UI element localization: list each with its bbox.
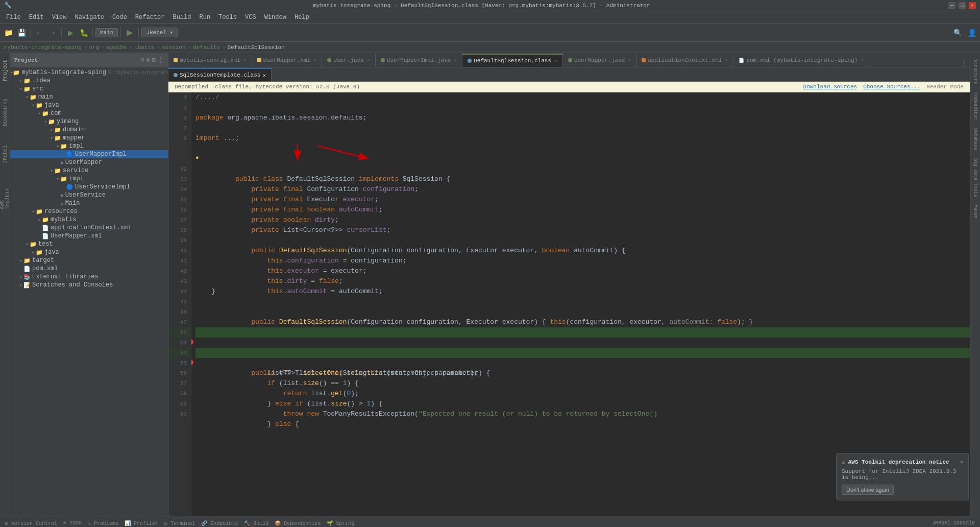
tree-item-mybatis-folder[interactable]: ▸ 📁 mybatis <box>10 215 168 224</box>
toolbar-run2-btn[interactable]: ▶ <box>124 27 136 39</box>
tree-item-userserviceimpl[interactable]: 🔵 UserServiceImpl <box>10 183 168 191</box>
tab-defaultsqlsession[interactable]: DefaultSqlSession.class ✕ <box>462 54 563 67</box>
jrebel-btn[interactable]: JRebel ▾ <box>141 28 178 37</box>
toolbar-search-btn[interactable]: 🔍 <box>951 27 964 39</box>
tab-close-btn[interactable]: ✕ <box>725 57 728 63</box>
tree-item-java[interactable]: ▾ 📁 java <box>10 101 168 109</box>
tree-item-root[interactable]: ▾ 📁 mybatis-integrate-sping E:\mybatis-i… <box>10 68 168 77</box>
tab-close-btn[interactable]: ✕ <box>243 57 247 63</box>
toolbar-settings-btn[interactable]: 👤 <box>966 27 978 39</box>
tree-item-src[interactable]: ▾ 📁 src <box>10 85 168 93</box>
menu-help[interactable]: Help <box>290 13 313 22</box>
tree-item-test-java[interactable]: ▸ 📁 java <box>10 248 168 256</box>
aws-tab[interactable]: AWS Toolkit <box>1 181 9 211</box>
menu-code[interactable]: Code <box>108 13 131 22</box>
code-content[interactable]: /..../ package org.apache.ibatis.session… <box>191 92 970 516</box>
close-button[interactable]: ✕ <box>969 2 976 9</box>
bottom-tab-endpoints[interactable]: 🔗 Endpoints <box>198 520 241 526</box>
bottom-tab-profiler[interactable]: 📊 Profiler <box>121 520 161 526</box>
breadcrumb-ibatis[interactable]: ibatis <box>134 44 155 51</box>
tree-item-userservice[interactable]: ◈ UserService <box>10 191 168 199</box>
project-panel-tab[interactable]: Project <box>1 55 9 86</box>
breadcrumb-project[interactable]: mybatis-integrate-sping <box>4 44 82 51</box>
code-editor[interactable]: 1 5 6 7 8 32 33 34 35 36 37 38 39 40 41 … <box>168 92 970 516</box>
tree-item-domain[interactable]: ▸ 📁 domain <box>10 126 168 134</box>
bookmarks-tab[interactable]: Bookmarks <box>1 97 9 128</box>
reader-mode-link[interactable]: Reader Mode <box>926 84 964 90</box>
tab-close-btn[interactable]: ✕ <box>861 57 864 63</box>
tree-item-service[interactable]: ▾ 📁 service <box>10 166 168 175</box>
tab-user-java[interactable]: User.java ✕ <box>322 54 375 67</box>
menu-refactor[interactable]: Refactor <box>131 13 169 22</box>
tree-item-resources[interactable]: ▾ 📁 resources <box>10 207 168 215</box>
tree-item-mapper-impl[interactable]: ▾ 📁 impl <box>10 142 168 150</box>
menu-view[interactable]: View <box>48 13 71 22</box>
maximize-button[interactable]: □ <box>959 2 966 9</box>
choose-sources-link[interactable]: Choose Sources... <box>863 84 920 90</box>
bottom-tab-jrebel[interactable]: JRebel Console <box>929 520 978 526</box>
branch-selector[interactable]: Main <box>95 28 118 37</box>
menu-tools[interactable]: Tools <box>214 13 241 22</box>
tab-close-btn[interactable]: ✕ <box>313 57 316 63</box>
panel-icon-dots[interactable]: ⋮ <box>158 56 164 64</box>
menu-edit[interactable]: Edit <box>25 13 48 22</box>
notification-close[interactable]: ✕ <box>960 459 963 465</box>
tab-sqlsessiontemplate[interactable]: SqlSessionTemplate.class ✕ <box>168 68 272 81</box>
download-sources-link[interactable]: Download Sources <box>803 84 857 90</box>
tab-usermapper-xml[interactable]: UserMapper.xml ✕ <box>252 54 322 67</box>
tree-item-main[interactable]: ▾ 📁 main <box>10 93 168 101</box>
breadcrumb-defaults[interactable]: defaults <box>193 44 220 51</box>
tree-item-yimeng[interactable]: ▾ 📁 yimeng <box>10 117 168 126</box>
tree-item-scratches[interactable]: ▸ 📝 Scratches and Consoles <box>10 281 168 289</box>
tab-close-btn[interactable]: ✕ <box>367 57 370 63</box>
tree-item-pom[interactable]: 📄 pom.xml <box>10 265 168 273</box>
toolbar-forward-btn[interactable]: → <box>46 27 59 39</box>
tree-item-idea[interactable]: ▸ 📁 .idea <box>10 77 168 85</box>
toolbar-save-btn[interactable]: 💾 <box>15 27 28 39</box>
tab-close-btn[interactable]: ✕ <box>262 72 266 79</box>
right-codeeditor-tab[interactable]: Codeeditor <box>972 88 979 124</box>
tree-item-service-impl[interactable]: ▾ 📁 impl <box>10 175 168 183</box>
bottom-tab-build[interactable]: 🔨 Build <box>241 520 272 526</box>
bottom-tab-vc[interactable]: ⊞ Version Control <box>2 520 60 526</box>
tree-item-test[interactable]: ▾ 📁 test <box>10 240 168 248</box>
bottom-tab-spring[interactable]: 🌱 Spring <box>324 520 357 526</box>
tab-appcontext[interactable]: applicationContext.xml ✕ <box>636 54 733 67</box>
bottom-tab-todo[interactable]: ≡ TODO <box>60 520 85 526</box>
tab-close-btn[interactable]: ✕ <box>454 57 457 63</box>
menu-build[interactable]: Build <box>168 13 195 22</box>
tab-usermapperimpl[interactable]: UserMapperImpl.java ✕ <box>376 54 462 67</box>
tree-item-com[interactable]: ▾ 📁 com <box>10 109 168 117</box>
jrebel-tab[interactable]: JRebel <box>1 139 9 170</box>
tree-item-external[interactable]: ▸ 📚 External Libraries <box>10 273 168 281</box>
menu-run[interactable]: Run <box>195 13 214 22</box>
breadcrumb-org[interactable]: org <box>89 44 99 51</box>
menu-navigate[interactable]: Navigate <box>70 13 108 22</box>
right-bigdata-tab[interactable]: Big Data Tools <box>972 154 979 201</box>
tree-item-usermapper-xml[interactable]: 📄 UserMapper.xml <box>10 232 168 240</box>
tree-item-appcontext[interactable]: 📄 applicationContext.xml <box>10 224 168 232</box>
breadcrumb-session[interactable]: session <box>162 44 185 51</box>
toolbar-run-btn[interactable]: ▶ <box>64 27 77 39</box>
panel-icon-expand[interactable]: ⊞ <box>152 56 156 64</box>
menu-window[interactable]: Window <box>260 13 290 22</box>
tabs-overflow-btn[interactable]: ⋮ <box>958 59 970 67</box>
tab-mybatis-config[interactable]: mybatis-config.xml ✕ <box>168 54 252 67</box>
panel-icon-gear[interactable]: ⚙ <box>140 56 144 64</box>
breadcrumb-apache[interactable]: apache <box>107 44 127 51</box>
tree-item-mapper[interactable]: ▾ 📁 mapper <box>10 134 168 142</box>
toolbar-back-btn[interactable]: ← <box>33 27 45 39</box>
tree-item-target[interactable]: ▸ 📁 target <box>10 256 168 265</box>
bottom-tab-problems[interactable]: ⚠ Problems <box>85 520 121 526</box>
toolbar-open-btn[interactable]: 📁 <box>2 27 14 39</box>
bottom-tab-dependencies[interactable]: 📦 Dependencies <box>272 520 324 526</box>
bottom-tab-terminal[interactable]: ⊡ Terminal <box>161 520 198 526</box>
dont-show-again-button[interactable]: Don't show again <box>842 485 894 495</box>
breadcrumb-file[interactable]: DefaultSqlSession <box>228 44 285 51</box>
panel-icon-sort[interactable]: ⇅ <box>146 56 150 64</box>
right-database-tab[interactable]: Database <box>972 124 979 154</box>
menu-vcs[interactable]: VCS <box>241 13 260 22</box>
tab-pom[interactable]: 📄 pom.xml (mybatis-integrate-sping) ✕ <box>733 54 869 67</box>
tab-usermapper-java[interactable]: UserMapper.java ✕ <box>563 54 636 67</box>
tab-close-btn[interactable]: ✕ <box>554 58 557 64</box>
